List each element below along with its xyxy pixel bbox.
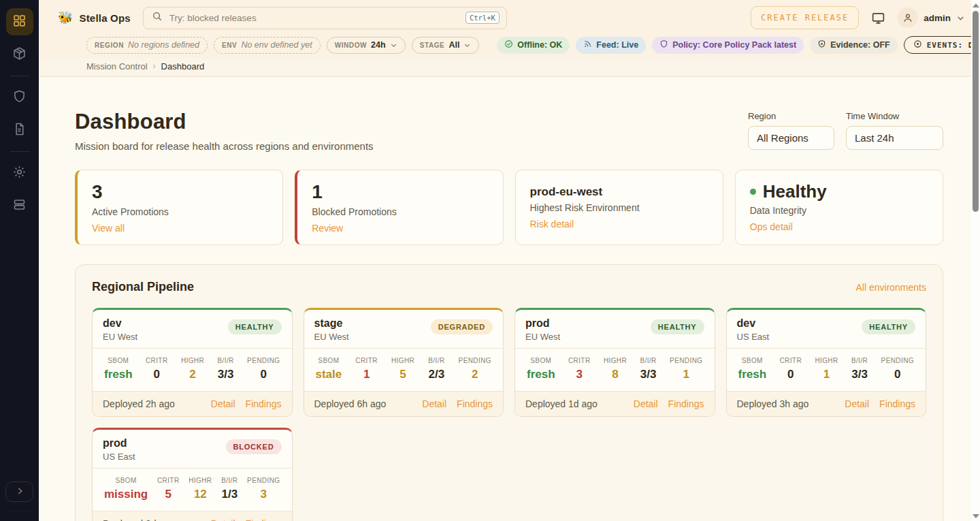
pipeline-card-header: stage EU West DEGRADED — [304, 310, 504, 349]
sidebar-item-documents[interactable] — [6, 116, 33, 144]
region-select-value: All Regions — [757, 132, 808, 144]
detail-link[interactable]: Detail — [211, 518, 235, 521]
sidebar-item-infrastructure[interactable] — [6, 192, 33, 219]
pipeline-card-header: prod US East BLOCKED — [93, 430, 292, 469]
offline-status-text: Offline: OK — [517, 40, 562, 50]
stat-label: HIGHR — [181, 357, 204, 364]
global-search[interactable]: Ctrl+K — [143, 7, 507, 29]
sidebar-item-settings[interactable] — [6, 159, 33, 187]
breadcrumb-separator-icon: › — [153, 61, 156, 71]
page-title: Dashboard — [75, 110, 374, 134]
pending-value: 0 — [881, 368, 914, 381]
sidebar — [0, 0, 39, 521]
findings-link[interactable]: Findings — [879, 398, 915, 409]
region-filter-group: Region All Regions — [748, 111, 834, 150]
findings-link[interactable]: Findings — [246, 518, 282, 521]
stat-label: HIGHR — [815, 357, 838, 364]
user-menu[interactable]: admin — [898, 7, 965, 28]
monitor-icon[interactable] — [871, 11, 885, 25]
all-environments-link[interactable]: All environments — [856, 282, 927, 293]
chevron-down-icon — [956, 14, 965, 22]
search-input[interactable] — [169, 13, 459, 23]
chevron-right-icon — [15, 486, 24, 498]
pipeline-card-footer: Deployed 3d ago DetailFindings — [93, 511, 292, 521]
page-title-block: Dashboard Mission board for release heal… — [75, 110, 374, 152]
vertical-scrollbar[interactable] — [971, 0, 980, 521]
scroll-down-arrow[interactable] — [973, 514, 979, 518]
topbar-right: CREATE RELEASE admin — [751, 6, 965, 29]
bir-value: 2/3 — [428, 368, 444, 381]
sbom-value: stale — [316, 368, 342, 381]
review-link[interactable]: Review — [312, 223, 343, 234]
detail-link[interactable]: Detail — [422, 398, 446, 409]
critr-value: 3 — [568, 368, 591, 381]
page-subtitle: Mission board for release health across … — [75, 140, 374, 152]
ops-detail-link[interactable]: Ops detail — [750, 221, 793, 232]
pending-value: 2 — [459, 368, 491, 381]
stat-label: B/I/R — [851, 357, 868, 364]
stat-label: B/I/R — [428, 357, 444, 364]
app-window: 🐝 Stella Ops Ctrl+K CREATE RELEASE admin — [0, 0, 980, 521]
env-name: dev — [103, 317, 137, 330]
sbom-value: fresh — [527, 368, 555, 381]
sidebar-item-releases[interactable] — [6, 41, 33, 68]
env-chip[interactable]: ENV No env defined yet — [214, 37, 321, 54]
risk-detail-link[interactable]: Risk detail — [530, 219, 574, 230]
detail-link[interactable]: Detail — [634, 398, 658, 409]
env-chip-label: ENV — [222, 42, 237, 49]
stat-label: B/I/R — [221, 477, 238, 484]
chevron-down-icon — [390, 42, 397, 49]
env-region: US East — [737, 332, 770, 342]
regional-pipeline-panel: Regional Pipeline All environments dev E… — [75, 264, 943, 521]
user-name: admin — [924, 13, 951, 23]
sbom-value: fresh — [738, 368, 767, 381]
findings-link[interactable]: Findings — [246, 398, 282, 409]
grid-icon — [12, 14, 27, 31]
region-chip[interactable]: REGION No regions defined — [86, 37, 208, 54]
detail-link[interactable]: Detail — [845, 398, 869, 409]
sidebar-item-security[interactable] — [6, 84, 33, 111]
stats-row: SBOMfresh CRITR3 HIGHR8 B/I/R3/3 PENDING… — [515, 349, 715, 390]
shield-icon — [659, 40, 668, 50]
panel-header: Regional Pipeline All environments — [92, 280, 926, 294]
pipeline-card-dev-us-east: dev US East HEALTHY SBOMfresh CRITR0 HIG… — [726, 308, 927, 417]
evidence-status-text: Evidence: OFF — [830, 40, 890, 50]
pipeline-card-footer: Deployed 2h ago DetailFindings — [93, 391, 292, 416]
pipeline-card-footer: Deployed 3h ago DetailFindings — [727, 391, 926, 416]
feed-status-pill: Feed: Live — [576, 37, 646, 54]
region-select[interactable]: All Regions — [748, 126, 834, 150]
gear-icon — [12, 165, 27, 182]
data-integrity-card: Healthy Data Integrity Ops detail — [735, 170, 943, 245]
active-promotions-card: 3 Active Promotions View all — [75, 170, 283, 245]
sidebar-collapse-button[interactable] — [5, 481, 33, 502]
stage-chip[interactable]: STAGE All — [412, 37, 480, 54]
pipeline-card-footer: Deployed 1d ago DetailFindings — [515, 391, 715, 416]
findings-link[interactable]: Findings — [668, 398, 704, 409]
window-chip[interactable]: WINDOW 24h — [327, 37, 406, 54]
highest-risk-card: prod-eu-west Highest Risk Environment Ri… — [515, 170, 723, 245]
sidebar-item-dashboard[interactable] — [6, 8, 33, 35]
time-window-select-value: Last 24h — [855, 132, 894, 144]
status-badge: DEGRADED — [431, 319, 493, 334]
page-filters: Region All Regions Time Window Last 24h — [748, 110, 943, 150]
stats-row: SBOMfresh CRITR0 HIGHR1 B/I/R3/3 PENDING… — [727, 349, 926, 390]
region-chip-value: No regions defined — [128, 40, 199, 50]
stat-label: HIGHR — [604, 357, 627, 364]
findings-link[interactable]: Findings — [457, 398, 493, 409]
time-window-filter-label: Time Window — [846, 111, 943, 121]
context-bar: REGION No regions defined ENV No env def… — [39, 35, 980, 59]
create-release-button[interactable]: CREATE RELEASE — [751, 6, 859, 29]
scrollbar-thumb[interactable] — [973, 11, 979, 212]
scroll-up-arrow[interactable] — [973, 3, 979, 7]
detail-link[interactable]: Detail — [211, 398, 235, 409]
stats-row: SBOMmissing CRITR5 HIGHR12 B/I/R1/3 PEND… — [93, 469, 292, 509]
stat-label: B/I/R — [640, 357, 657, 364]
server-icon — [12, 198, 27, 215]
breadcrumb-parent[interactable]: Mission Control — [86, 61, 148, 72]
critr-value: 0 — [146, 368, 168, 381]
rss-icon — [583, 40, 592, 50]
view-all-link[interactable]: View all — [92, 223, 125, 234]
evidence-status-pill: Evidence: OFF — [810, 37, 898, 54]
time-window-select[interactable]: Last 24h — [846, 126, 943, 150]
window-chip-label: WINDOW — [335, 42, 367, 49]
